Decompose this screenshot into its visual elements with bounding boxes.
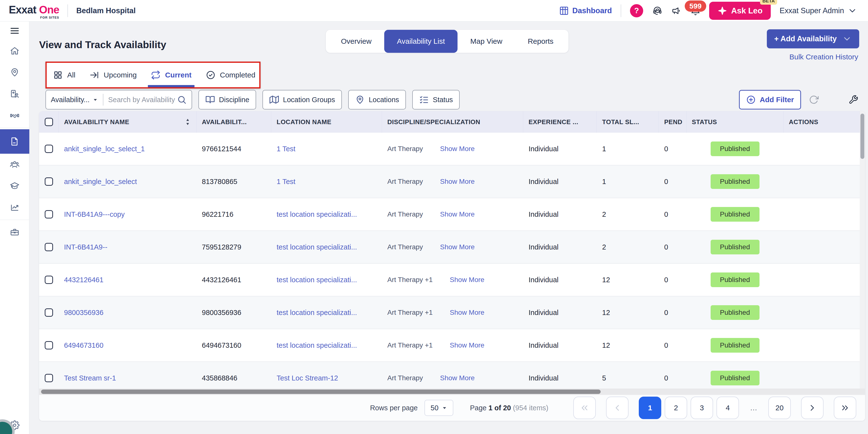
show-more-link[interactable]: Show More	[450, 309, 484, 316]
show-more-link[interactable]: Show More	[440, 210, 475, 218]
tab-reports[interactable]: Reports	[515, 30, 566, 53]
last-page-button[interactable]	[834, 397, 856, 419]
show-more-link[interactable]: Show More	[440, 178, 475, 185]
location-name-link[interactable]: 1 Test	[277, 145, 296, 153]
horizontal-scrollbar-thumb[interactable]	[41, 390, 601, 394]
location-name-link[interactable]: test location specializati...	[277, 276, 357, 284]
rows-per-page-select[interactable]: 50	[425, 400, 453, 416]
row-checkbox[interactable]	[45, 276, 53, 284]
page-button-4[interactable]: 4	[716, 397, 739, 419]
vertical-scrollbar[interactable]	[860, 111, 865, 389]
table-row: 6494673160 6494673160 test location spec…	[39, 329, 865, 362]
search-icon[interactable]	[177, 95, 187, 104]
column-header-availability-name[interactable]: AVAILABILITY NAME	[59, 111, 196, 133]
row-checkbox[interactable]	[45, 145, 53, 153]
sidebar-item-briefcase[interactable]	[0, 221, 29, 243]
show-more-link[interactable]: Show More	[450, 276, 484, 284]
sidebar-item-handshake[interactable]	[0, 104, 29, 126]
filter-button-location-groups[interactable]: Location Groups	[262, 90, 342, 110]
divider	[103, 94, 103, 105]
vertical-scrollbar-thumb[interactable]	[861, 114, 864, 159]
sidebar-item-document[interactable]	[0, 129, 29, 154]
sidebar-item-location-pin[interactable]	[0, 62, 29, 83]
select-all-checkbox[interactable]	[45, 118, 53, 126]
show-more-link[interactable]: Show More	[440, 243, 475, 251]
sidebar-item-people[interactable]	[0, 154, 29, 175]
user-menu[interactable]: Exxat Super Admin	[779, 6, 857, 16]
sidebar-item-chart[interactable]	[0, 197, 29, 218]
availability-name-link[interactable]: 9800356936	[64, 309, 103, 317]
briefcase-icon	[10, 227, 20, 237]
availability-id-cell: 4432126461	[196, 264, 271, 296]
location-name-link[interactable]: Test Loc Stream-12	[277, 374, 338, 382]
status-tab-completed[interactable]: Completed	[206, 63, 255, 87]
row-checkbox[interactable]	[45, 308, 53, 317]
tab-overview[interactable]: Overview	[328, 30, 384, 53]
help-button[interactable]: ?	[630, 4, 643, 17]
column-settings-wrench-icon[interactable]	[848, 95, 858, 104]
availability-name-link[interactable]: Test Stream sr-1	[64, 374, 116, 382]
bulk-creation-history-link[interactable]: Bulk Creation History	[789, 53, 858, 61]
location-name-link[interactable]: 1 Test	[277, 178, 296, 186]
location-name-link[interactable]: test location specializati...	[277, 243, 357, 251]
table-row: INT-6B41A9-- 7595128279 test location sp…	[39, 231, 865, 264]
status-tab-upcoming[interactable]: Upcoming	[89, 63, 136, 87]
show-more-link[interactable]: Show More	[440, 374, 475, 382]
experience-cell: Individual	[523, 297, 597, 329]
filter-button-discipline[interactable]: Discipline	[198, 90, 256, 110]
availability-name-link[interactable]: ankit_single_loc_select_1	[64, 145, 145, 153]
tab-map-view[interactable]: Map View	[458, 30, 515, 53]
add-availability-button[interactable]: + Add Availability	[767, 29, 859, 49]
availability-name-link[interactable]: ankit_single_loc_select	[64, 178, 137, 186]
tab-availability-list[interactable]: Availability List	[384, 30, 458, 53]
notifications-button[interactable]: 599	[690, 6, 700, 16]
row-checkbox[interactable]	[45, 243, 53, 251]
status-tab-current[interactable]: Current	[151, 63, 191, 87]
column-header-location-name: LOCATION NAME	[271, 111, 382, 133]
experience-cell: Individual	[523, 231, 597, 263]
availability-name-link[interactable]: INT-6B41A9--	[64, 243, 107, 251]
sort-icon[interactable]	[185, 118, 191, 126]
location-name-link[interactable]: test location specializati...	[277, 309, 357, 317]
filter-button-locations[interactable]: Locations	[348, 90, 406, 110]
support-headset-icon[interactable]	[652, 6, 662, 16]
status-tab-all[interactable]: All	[53, 63, 75, 87]
availability-name-link[interactable]: INT-6B41A9---copy	[64, 210, 125, 218]
pin-icon	[355, 95, 365, 104]
row-checkbox[interactable]	[45, 341, 53, 349]
announcements-megaphone-icon[interactable]	[672, 6, 681, 16]
sidebar-item-hamburger[interactable]	[0, 22, 29, 40]
add-filter-button[interactable]: Add Filter	[739, 90, 801, 110]
location-name-link[interactable]: test location specializati...	[277, 210, 357, 218]
leo-sparkle-icon	[717, 6, 727, 16]
page-button-1[interactable]: 1	[639, 397, 661, 419]
refresh-icon[interactable]	[809, 95, 819, 104]
total-slots-cell: 12	[597, 329, 659, 362]
search-category-dropdown[interactable]: Availability...	[51, 96, 98, 104]
dashboard-link[interactable]: Dashboard	[559, 6, 612, 16]
discipline-cell: Art Therapy	[387, 178, 423, 185]
location-name-link[interactable]: test location specializati...	[277, 341, 357, 349]
show-more-link[interactable]: Show More	[440, 145, 475, 153]
horizontal-scrollbar[interactable]	[39, 389, 865, 395]
column-header-availabilit-: AVAILABILIT...	[196, 111, 271, 133]
sidebar-item-home[interactable]	[0, 40, 29, 62]
page-button-3[interactable]: 3	[690, 397, 713, 419]
row-checkbox[interactable]	[45, 210, 53, 218]
row-checkbox[interactable]	[45, 178, 53, 186]
availability-name-link[interactable]: 6494673160	[64, 341, 103, 349]
sidebar-item-graduation-cap[interactable]	[0, 175, 29, 197]
availability-search-input[interactable]	[108, 96, 177, 104]
row-checkbox[interactable]	[45, 374, 53, 382]
top-bar: Exxat One FOR SITES Bedlam Hospital Dash…	[0, 0, 868, 22]
next-page-button[interactable]	[801, 397, 824, 419]
sidebar-item-patient-record[interactable]	[0, 83, 29, 104]
page-button-20[interactable]: 20	[768, 397, 791, 419]
filter-button-status[interactable]: Status	[412, 90, 460, 110]
page-button-2[interactable]: 2	[665, 397, 687, 419]
first-page-button[interactable]	[573, 397, 596, 419]
ask-leo-button[interactable]: Ask Leo BETA	[709, 2, 771, 20]
previous-page-button[interactable]	[606, 397, 628, 419]
show-more-link[interactable]: Show More	[450, 341, 484, 349]
availability-name-link[interactable]: 4432126461	[64, 276, 103, 284]
